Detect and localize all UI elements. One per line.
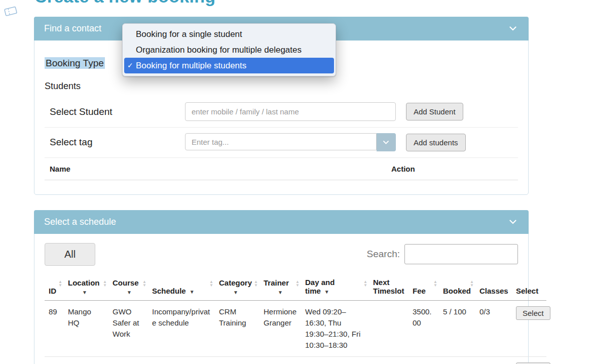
- tag-input[interactable]: [185, 133, 377, 150]
- contacts-action-header: Action: [386, 158, 518, 180]
- col-header-day-and-time[interactable]: ▲▼ Day and time▼: [301, 274, 369, 301]
- cell-category: Leisure: [215, 356, 260, 364]
- sort-icon[interactable]: ▲▼: [209, 280, 213, 287]
- schedule-table: ▲▼ ID ▲▼ Location ▼ ▲▼ Course ▼: [45, 274, 546, 364]
- select-tag-row: Select tag Add students: [45, 128, 518, 158]
- cell-id: 89: [45, 300, 64, 356]
- schedule-header[interactable]: Select a schedule: [34, 210, 529, 234]
- cell-day-time: Wed 09:20–16:30, Thu 19:30–21:30, Fri 10…: [301, 300, 369, 356]
- col-header-category[interactable]: ▲▼ Category ▼: [215, 274, 260, 301]
- filter-caret-icon[interactable]: ▼: [324, 289, 329, 295]
- search-box: Search:: [367, 244, 518, 264]
- col-header-course[interactable]: ▲▼ Course ▼: [108, 274, 148, 301]
- sort-icon[interactable]: ▲▼: [470, 280, 474, 287]
- sort-icon[interactable]: ▲▼: [295, 280, 300, 287]
- cell-booked: 14 / 15: [439, 356, 475, 364]
- schedule-body: All Search: ▲▼ ID: [34, 234, 528, 364]
- student-form-rows: Select Student Add Student Select tag Ad…: [45, 97, 518, 158]
- col-header-location[interactable]: ▲▼ Location ▼: [64, 274, 108, 301]
- sort-icon[interactable]: ▲▼: [433, 280, 437, 287]
- col-header-classes: Classes: [475, 274, 512, 301]
- dropdown-option-label: Booking for a single student: [136, 29, 242, 39]
- contacts-name-header: Name: [45, 158, 386, 180]
- cell-trainer: Hermione Granger: [260, 300, 301, 356]
- cell-select: Select: [512, 356, 546, 364]
- col-header-next-timeslot: Next Timeslot: [369, 274, 409, 301]
- schedule-row: 89 Mango HQ GWO Safer at Work Incompany/…: [45, 300, 546, 356]
- filter-caret-icon[interactable]: ▼: [233, 290, 251, 295]
- search-input[interactable]: [404, 244, 518, 264]
- filter-caret-icon[interactable]: ▼: [190, 289, 195, 295]
- cell-id: 123: [45, 356, 64, 364]
- search-label: Search:: [367, 249, 400, 260]
- select-button[interactable]: Select: [516, 306, 550, 320]
- cell-classes: 0/3: [475, 300, 512, 356]
- dropdown-option-label: Organization booking for multiple delega…: [136, 45, 302, 55]
- tag-dropdown-button[interactable]: [377, 133, 396, 151]
- student-search-input[interactable]: [185, 102, 396, 121]
- add-students-button[interactable]: Add students: [406, 134, 466, 151]
- dropdown-option-single-student[interactable]: Booking for a single student: [124, 26, 334, 42]
- col-header-booked[interactable]: ▲▼ Booked: [439, 274, 475, 301]
- sort-icon[interactable]: ▲▼: [103, 280, 107, 287]
- col-header-schedule[interactable]: ▲▼ Schedule▼: [148, 274, 215, 301]
- cell-select: Select: [512, 300, 546, 356]
- booking-type-label: Booking Type: [45, 57, 105, 69]
- select-button[interactable]: Select: [516, 362, 550, 364]
- cell-fee: 3500.00: [409, 300, 439, 356]
- schedule-panel: Select a schedule All Search:: [34, 210, 529, 364]
- main-content: Create a new booking Find a contact Book…: [34, 0, 528, 364]
- sort-icon[interactable]: ▲▼: [363, 280, 367, 287]
- students-heading: Students: [45, 81, 518, 92]
- dropdown-option-multiple-students[interactable]: ✓ Booking for multiple students: [124, 58, 334, 73]
- cell-course: Scuba Diving: [108, 356, 148, 364]
- col-header-fee[interactable]: ▲▼ Fee: [409, 274, 439, 301]
- schedule-header-row: ▲▼ ID ▲▼ Location ▼ ▲▼ Course ▼: [45, 274, 546, 301]
- chevron-down-icon[interactable]: [509, 26, 516, 31]
- add-student-button[interactable]: Add Student: [406, 103, 463, 120]
- all-filter-button[interactable]: All: [45, 243, 95, 266]
- filter-caret-icon[interactable]: ▼: [82, 290, 100, 295]
- cell-category: CRM Training: [215, 300, 260, 356]
- cell-location: Mango HQ: [64, 300, 108, 356]
- cell-day-time: Mon 10:00–15:00: [301, 356, 369, 364]
- sort-icon[interactable]: ▲▼: [254, 280, 258, 287]
- find-contact-body: Booking Type Booking for a single studen…: [34, 41, 528, 194]
- chevron-down-icon[interactable]: [509, 220, 516, 224]
- left-rail: [0, 0, 34, 364]
- cell-schedule: Incompany/private schedule: [148, 300, 215, 356]
- cell-trainer: Patrick Star: [260, 356, 301, 364]
- dropdown-option-organization[interactable]: Organization booking for multiple delega…: [124, 42, 334, 58]
- cell-location: Shannon Leisure: [64, 356, 108, 364]
- cell-course: GWO Safer at Work: [108, 300, 148, 356]
- check-icon: ✓: [127, 58, 133, 73]
- filter-caret-icon[interactable]: ▼: [278, 290, 293, 295]
- page-title: Create a new booking: [34, 0, 528, 6]
- select-tag-label: Select tag: [50, 137, 185, 148]
- contacts-table: Name Action: [45, 158, 518, 184]
- cell-schedule: Trainer-led August 2023: [148, 356, 215, 364]
- booking-type-dropdown: Booking for a single student Organizatio…: [122, 23, 336, 76]
- select-student-row: Select Student Add Student: [45, 97, 518, 128]
- schedule-header-label: Select a schedule: [44, 217, 116, 227]
- col-header-select: Select: [512, 274, 546, 301]
- col-header-id[interactable]: ▲▼ ID: [45, 274, 64, 301]
- schedule-row: 123 Shannon Leisure Scuba Diving Trainer…: [45, 356, 546, 364]
- ticket-icon[interactable]: [3, 4, 19, 20]
- cell-fee: 1000.00: [409, 356, 439, 364]
- col-header-trainer[interactable]: ▲▼ Trainer ▼: [260, 274, 301, 301]
- sort-icon[interactable]: ▲▼: [142, 280, 146, 287]
- select-student-label: Select Student: [50, 106, 185, 117]
- cell-next-timeslot: [369, 300, 409, 356]
- filter-caret-icon[interactable]: ▼: [127, 290, 140, 295]
- find-contact-panel: Find a contact Booking Type Booking for …: [34, 17, 529, 195]
- tag-select: [185, 133, 396, 151]
- dropdown-option-label: Booking for multiple students: [136, 61, 246, 70]
- cell-next-timeslot: [369, 356, 409, 364]
- find-contact-header-label: Find a contact: [44, 23, 101, 34]
- cell-booked: 5 / 100: [439, 300, 475, 356]
- schedule-toolbar: All Search:: [45, 243, 518, 266]
- sort-icon[interactable]: ▲▼: [58, 280, 62, 287]
- cell-classes: 0/1: [475, 356, 512, 364]
